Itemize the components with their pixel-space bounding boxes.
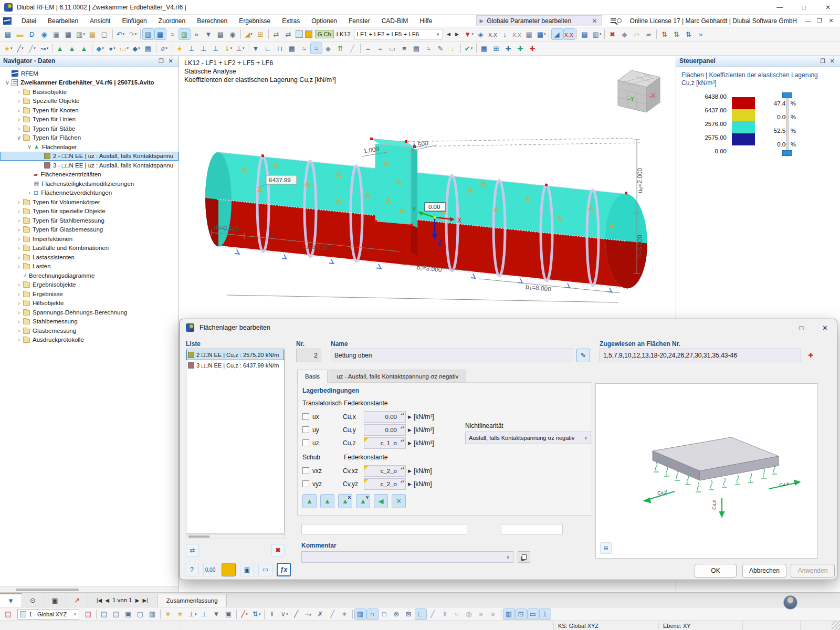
tree-item[interactable]: › Ergebnisobjekte — [0, 280, 178, 290]
toolbar-icon[interactable]: ↝ — [302, 608, 314, 620]
first-page-icon[interactable]: |◀ — [97, 597, 102, 603]
navigator-mode-tab[interactable]: ⊙ — [22, 593, 44, 607]
toolbar-icon[interactable]: ▱ — [631, 28, 643, 40]
toolbar-icon[interactable]: ‖ — [439, 608, 451, 620]
toolbar-icon[interactable]: ✗ — [314, 608, 327, 620]
last-page-icon[interactable]: ▶| — [142, 597, 148, 603]
toolbar-icon[interactable]: ⇄ — [270, 28, 282, 40]
toolbar-icon[interactable] — [603, 28, 607, 40]
toolbar-icon[interactable]: ▢ — [134, 608, 146, 620]
expander-icon[interactable]: › — [15, 337, 23, 343]
panel-float-icon[interactable]: ❐ — [818, 58, 827, 65]
toolbar-icon[interactable] — [246, 43, 250, 54]
support-list-item[interactable]: 3 □□N EE | Cu,z : 6437.99 kN/m — [186, 360, 284, 371]
toolbar-icon[interactable]: ▼ — [211, 608, 223, 620]
toolbar-icon[interactable]: ★ ▾ — [2, 43, 14, 54]
toolbar-icon[interactable]: ⇅ — [683, 28, 695, 40]
toolbar-icon[interactable]: ◆ ▾ — [130, 43, 142, 54]
expander-icon[interactable]: › — [15, 309, 23, 316]
tree-item[interactable]: › Typen für Stäbe — [0, 124, 178, 133]
toolbar-icon[interactable]: ▤ — [82, 608, 94, 620]
toolbar-icon[interactable]: ╱ ▾ — [26, 43, 38, 54]
toolbar-icon[interactable]: ø ▾ — [158, 43, 170, 54]
toolbar-icon[interactable]: ★ — [174, 43, 186, 54]
toolbar-icon[interactable]: ▦ ▾ — [536, 28, 548, 40]
toolbar-icon[interactable]: ⇄ — [282, 28, 295, 40]
tree-item[interactable]: 2 - □□N EE | uz : Ausfall, falls Kontakt… — [0, 152, 178, 161]
toolbar-icon[interactable]: ▦ — [478, 43, 490, 54]
toolbar-icon[interactable]: ╱ — [346, 43, 359, 54]
toolbar-icon[interactable] — [655, 28, 659, 40]
display-color-swatch-1[interactable] — [296, 30, 303, 38]
toolbar-icon[interactable]: ⊞ — [490, 43, 502, 54]
tree-item[interactable]: ▰ Flächenexzentrizitäten — [0, 170, 178, 180]
spring-value-input[interactable]: 0.00▴▾ — [364, 424, 406, 436]
toolbar-icon[interactable]: ▦ — [354, 608, 366, 620]
tree-item[interactable]: › Typen für spezielle Objekte — [0, 207, 178, 216]
toolbar-icon[interactable]: ⊥ — [186, 43, 198, 54]
toolbar-icon[interactable]: » — [475, 608, 487, 620]
toolbar-icon[interactable]: ∩ — [366, 608, 379, 620]
toolbar-icon[interactable]: ⊥ ▾ — [234, 43, 246, 54]
model-scene[interactable]: X Y Z 6437.99 0.00 1.000 1.500 dₑ=0.500 … — [179, 56, 676, 319]
toolbar-icon[interactable]: x.x — [487, 28, 499, 40]
tree-item[interactable]: › Ergebnisse — [0, 289, 178, 299]
toolbar-icon[interactable]: ◈ — [475, 28, 487, 40]
maximize-icon[interactable]: □ — [792, 0, 816, 15]
toolbar-icon[interactable]: ▼ — [250, 43, 262, 54]
tree-item[interactable]: ∨ Typen für Flächen — [0, 133, 178, 143]
toolbar-icon[interactable] — [475, 43, 478, 54]
list-scrollbar[interactable] — [186, 534, 285, 539]
toolbar-icon[interactable]: ⊓ — [274, 43, 286, 54]
toolbar-icon[interactable]: ↝ ▾ — [38, 43, 50, 54]
resize-grip[interactable] — [832, 621, 840, 630]
tree-item[interactable]: › Typen für Volumenkörper — [0, 197, 178, 207]
toolbar-icon[interactable]: ≈ — [298, 43, 310, 54]
tree-item[interactable]: › Glasbemessung — [0, 326, 178, 335]
toolbar-icon[interactable]: ⇅ — [671, 28, 683, 40]
toolbar-icon[interactable]: ⊥ — [210, 43, 222, 54]
gch-badge[interactable]: G Ch — [315, 30, 334, 38]
toolbar-icon[interactable]: ≈ — [310, 43, 322, 54]
toolbar-icon[interactable]: ◆ ▾ — [94, 43, 106, 54]
scale-slider-handle-top[interactable] — [782, 92, 792, 98]
expander-icon[interactable]: › — [15, 328, 23, 334]
toolbar-icon[interactable]: ⇅ — [659, 28, 671, 40]
tree-item[interactable]: › Typen für Knoten — [0, 106, 178, 115]
menu-item[interactable]: Bearbeiten — [42, 15, 84, 27]
tab-nonlinearity[interactable]: uz - Ausfall, falls Kontaktspannung σz n… — [329, 370, 466, 383]
toolbar-icon[interactable]: ⊥ — [198, 43, 210, 54]
color-button[interactable] — [222, 563, 236, 576]
aux-field-1[interactable] — [301, 524, 467, 534]
checkbox[interactable] — [302, 480, 309, 487]
expander-icon[interactable]: › — [15, 254, 23, 260]
toolbar-icon[interactable]: ✎ — [435, 43, 447, 54]
search-icon[interactable] — [617, 18, 622, 23]
toolbar-icon[interactable]: ╱ ▾ — [238, 608, 250, 620]
toolbar-icon[interactable]: ◢ — [551, 28, 563, 40]
toolbar-icon[interactable]: ↷ ▾ — [127, 28, 139, 40]
toolbar-icon[interactable]: ▼ — [203, 28, 215, 40]
support-preset-button[interactable]: ▲X — [338, 494, 352, 508]
toolbar-icon[interactable]: ⊗ — [391, 608, 403, 620]
expander-icon[interactable]: › — [15, 245, 23, 251]
toolbar-icon[interactable]: ⊥ — [539, 608, 551, 620]
copy-comment-button[interactable] — [518, 551, 530, 563]
pick-surfaces-button[interactable]: ✚ — [804, 349, 817, 362]
doc-close-icon[interactable]: ✕ — [825, 17, 837, 24]
expander-icon[interactable]: › — [15, 263, 23, 269]
toolbar-icon[interactable]: ▢ — [99, 28, 111, 40]
tree-item[interactable]: › Lastfälle und Kombinationen — [0, 244, 178, 253]
load-case-combobox[interactable]: LF1 + LF2 + LF5 + LF6 ∨ — [354, 29, 443, 39]
menu-item[interactable]: Hilfe — [414, 15, 438, 27]
panel-close-icon[interactable]: ✕ — [166, 58, 175, 65]
toolbar-icon[interactable] — [94, 608, 98, 620]
toolbar-icon[interactable]: ╱ — [290, 608, 302, 620]
view-button[interactable]: ▭ — [258, 563, 272, 576]
toolbar-icon[interactable]: ✔ ▾ — [463, 43, 475, 54]
toolbar-icon[interactable]: = — [374, 43, 386, 54]
expander-icon[interactable]: ∨ — [15, 134, 23, 141]
toolbar-icon[interactable]: ▭ ▾ — [118, 43, 130, 54]
toolbar-icon[interactable]: ⊡ — [515, 608, 527, 620]
toolbar-icon[interactable]: ▤ — [411, 43, 423, 54]
